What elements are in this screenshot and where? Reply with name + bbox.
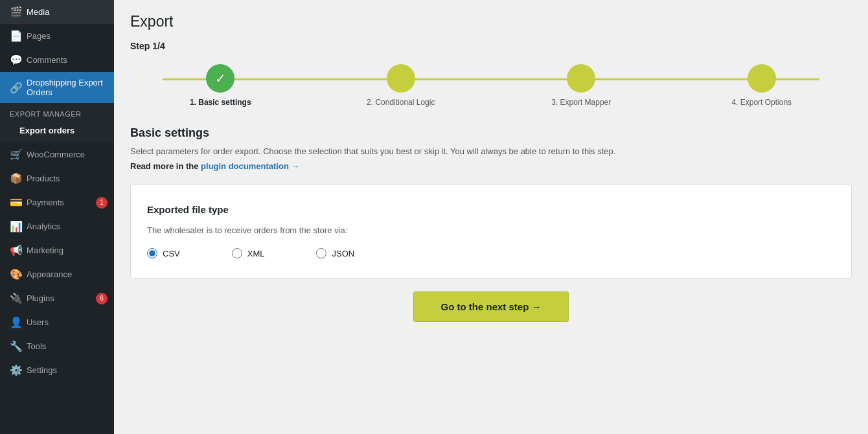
appearance-icon: 🎨	[10, 268, 21, 280]
step-name-3: 3. Export Mapper	[551, 98, 611, 107]
radio-csv-label: CSV	[163, 249, 180, 258]
sidebar-item-label: Comments	[27, 55, 108, 65]
sidebar-item-appearance[interactable]: 🎨 Appearance	[0, 262, 114, 286]
sidebar-item-label: Appearance	[27, 269, 108, 279]
analytics-icon: 📊	[10, 220, 21, 233]
sidebar-item-label: Users	[27, 317, 108, 327]
section-desc: Select parameters for order export. Choo…	[130, 146, 852, 156]
woocommerce-icon: 🛒	[10, 148, 21, 161]
sidebar-item-label: Media	[27, 7, 108, 17]
step-item-1: ✓ 1. Basic settings	[130, 64, 311, 107]
plugins-badge: 6	[96, 293, 108, 304]
sidebar-item-label: Tools	[27, 341, 108, 351]
sidebar-item-label: WooCommerce	[27, 150, 108, 159]
settings-icon: ⚙️	[10, 364, 21, 376]
step-item-3: 3. Export Mapper	[491, 64, 672, 107]
step-item-4: 4. Export Options	[672, 64, 852, 107]
plugins-icon: 🔌	[10, 292, 21, 304]
step-name-2: 2. Conditional Logic	[367, 98, 435, 107]
doc-link[interactable]: plugin documentation →	[201, 161, 299, 171]
sidebar-item-label: Pages	[27, 31, 108, 41]
submenu-item-export-orders[interactable]: Export orders	[0, 122, 114, 139]
submenu: Export Manager Export orders	[0, 103, 114, 143]
page-title: Export	[130, 13, 852, 30]
sidebar-item-label: Payments	[27, 198, 88, 207]
payments-badge: 1	[96, 197, 108, 209]
step-name-4: 4. Export Options	[731, 98, 792, 107]
radio-xml-input[interactable]	[232, 248, 242, 258]
step-circle-3	[567, 64, 595, 93]
doc-link-prefix: Read more in the	[130, 161, 201, 171]
main-content: Export Step 1/4 ✓ 1. Basic settings 2. C…	[114, 0, 868, 434]
sidebar-item-media[interactable]: 🎬 Media	[0, 0, 114, 24]
marketing-icon: 📢	[10, 244, 21, 257]
sidebar-item-comments[interactable]: 💬 Comments	[0, 48, 114, 72]
radio-json-label: JSON	[332, 249, 354, 258]
step-circle-2	[387, 64, 415, 93]
tools-icon: 🔧	[10, 340, 21, 352]
section-heading: Basic settings	[130, 126, 852, 140]
radio-csv[interactable]: CSV	[147, 248, 180, 258]
sidebar-item-label: Dropshipping Export Orders	[27, 78, 108, 97]
dropshipping-icon: 🔗	[10, 82, 21, 94]
radio-json-input[interactable]	[316, 248, 326, 258]
sidebar-item-users[interactable]: 👤 Users	[0, 310, 114, 334]
file-type-card: Exported file type The wholesaler is to …	[130, 184, 852, 279]
users-icon: 👤	[10, 316, 21, 328]
radio-csv-input[interactable]	[147, 248, 157, 258]
radio-json[interactable]: JSON	[316, 248, 354, 258]
sidebar-item-payments[interactable]: 💳 Payments 1	[0, 190, 114, 214]
radio-xml-label: XML	[247, 249, 265, 258]
step-progress: ✓ 1. Basic settings 2. Conditional Logic…	[130, 64, 852, 107]
sidebar-item-woocommerce[interactable]: 🛒 WooCommerce	[0, 143, 114, 166]
comments-icon: 💬	[10, 54, 21, 66]
pages-icon: 📄	[10, 30, 21, 42]
sidebar-item-settings[interactable]: ⚙️ Settings	[0, 358, 114, 382]
step-item-2: 2. Conditional Logic	[311, 64, 492, 107]
next-step-button[interactable]: Go to the next step →	[413, 291, 569, 322]
doc-link-container: Read more in the plugin documentation →	[130, 161, 852, 171]
sidebar-item-products[interactable]: 📦 Products	[0, 166, 114, 190]
sidebar-item-label: Marketing	[27, 246, 108, 255]
step-circle-1: ✓	[206, 64, 234, 93]
radio-xml[interactable]: XML	[232, 248, 265, 258]
media-icon: 🎬	[10, 6, 21, 18]
step-label: Step 1/4	[130, 41, 852, 51]
sidebar-item-plugins[interactable]: 🔌 Plugins 6	[0, 286, 114, 310]
products-icon: 📦	[10, 172, 21, 185]
sidebar-item-pages[interactable]: 📄 Pages	[0, 24, 114, 48]
card-subtitle: The wholesaler is to receive orders from…	[147, 225, 835, 235]
sidebar-item-analytics[interactable]: 📊 Analytics	[0, 214, 114, 238]
card-title: Exported file type	[147, 204, 835, 215]
payments-icon: 💳	[10, 196, 21, 209]
sidebar-item-label: Plugins	[27, 293, 88, 303]
sidebar-item-label: Settings	[27, 365, 108, 375]
sidebar-item-marketing[interactable]: 📢 Marketing	[0, 238, 114, 262]
step-circle-4	[748, 64, 776, 93]
sidebar-item-tools[interactable]: 🔧 Tools	[0, 334, 114, 358]
sidebar-item-label: Products	[27, 174, 108, 183]
sidebar-item-dropshipping[interactable]: 🔗 Dropshipping Export Orders	[0, 72, 114, 103]
radio-group: CSV XML JSON	[147, 248, 835, 258]
sidebar-item-label: Analytics	[27, 222, 108, 231]
sidebar: 🎬 Media 📄 Pages 💬 Comments 🔗 Dropshippin…	[0, 0, 114, 434]
submenu-header: Export Manager	[0, 106, 114, 122]
step-name-1: 1. Basic settings	[190, 98, 251, 107]
